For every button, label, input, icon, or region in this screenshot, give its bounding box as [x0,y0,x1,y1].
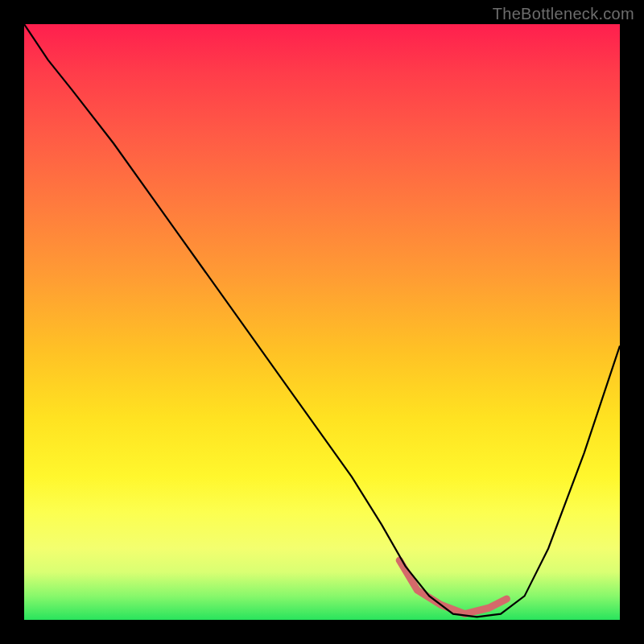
plot-area [24,24,620,620]
chart-container: TheBottleneck.com [0,0,644,644]
watermark-text: TheBottleneck.com [493,5,634,23]
trough-highlight [399,560,506,614]
curve-overlay [24,24,620,620]
bottleneck-curve [24,24,620,617]
